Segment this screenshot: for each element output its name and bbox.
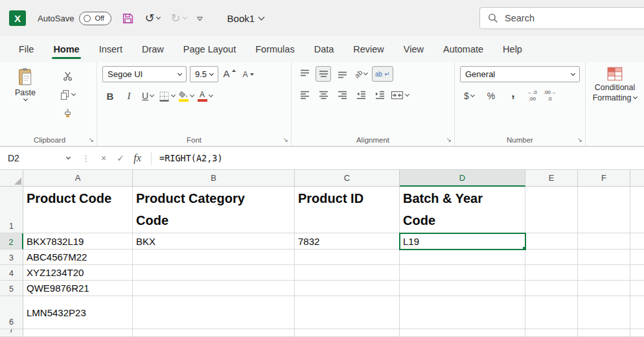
middle-align-button[interactable] [316, 66, 331, 82]
merge-center-button[interactable] [391, 87, 409, 103]
dialog-launcher-icon[interactable]: ↘ [446, 137, 452, 143]
underline-button[interactable]: U [140, 88, 155, 104]
tab-insert[interactable]: Insert [89, 36, 132, 62]
percent-style-button[interactable]: % [483, 88, 499, 104]
cell-E7[interactable] [525, 329, 578, 337]
cell-A7[interactable] [23, 329, 133, 337]
cell-B2[interactable]: BKX [133, 233, 295, 250]
align-center-button[interactable] [316, 87, 331, 103]
copy-button[interactable] [60, 87, 75, 102]
cell-B1[interactable]: Product Category Code [133, 187, 295, 233]
autosave-toggle[interactable]: AutoSave Off [38, 12, 111, 25]
cell-A1[interactable]: Product Code [23, 187, 133, 233]
row-header-4[interactable]: 4 [0, 265, 23, 281]
dialog-launcher-icon[interactable]: ↘ [283, 137, 288, 143]
increase-indent-button[interactable] [372, 87, 387, 103]
cell-A2[interactable]: BKX7832L19 [23, 233, 133, 250]
cell[interactable] [630, 281, 644, 296]
cell-D1[interactable]: Batch & Year Code [400, 187, 525, 233]
cell-D6[interactable] [400, 296, 525, 329]
cell-A4[interactable]: XYZ1234T20 [23, 265, 133, 281]
excel-logo-icon[interactable]: X [9, 10, 26, 26]
font-color-button[interactable]: A [197, 88, 213, 104]
cell-A5[interactable]: QWE9876R21 [23, 281, 133, 296]
fill-color-button[interactable] [178, 88, 194, 104]
col-header-partial[interactable] [630, 170, 644, 187]
col-header-B[interactable]: B [133, 170, 295, 187]
tab-automate[interactable]: Automate [433, 36, 493, 62]
cell-E1[interactable] [525, 187, 578, 233]
select-all-corner[interactable] [0, 170, 23, 187]
search-box[interactable] [479, 7, 644, 29]
col-header-D[interactable]: D [400, 170, 525, 187]
decrease-font-size-button[interactable]: A [240, 67, 256, 82]
search-input[interactable] [505, 13, 615, 23]
cell-D5[interactable] [400, 281, 525, 296]
tab-home[interactable]: Home [43, 36, 89, 62]
cell[interactable] [630, 233, 644, 250]
tab-view[interactable]: View [394, 36, 433, 62]
row-header-2[interactable]: 2 [0, 233, 23, 250]
cell-D3[interactable] [400, 250, 525, 265]
font-name-select[interactable]: Segoe UI [102, 66, 187, 82]
row-header-3[interactable]: 3 [0, 250, 23, 265]
cell-F5[interactable] [578, 281, 630, 296]
cell-A6[interactable]: LMN5432P23 [23, 296, 133, 329]
bold-button[interactable]: B [102, 88, 118, 104]
decrease-indent-button[interactable] [353, 87, 369, 103]
cut-button[interactable] [60, 68, 75, 84]
align-left-button[interactable] [297, 87, 312, 103]
wrap-text-button[interactable]: ab ↵ [372, 66, 393, 82]
cell-E6[interactable] [525, 296, 578, 329]
accounting-format-button[interactable]: $ [461, 88, 477, 104]
enter-button[interactable]: ✓ [112, 153, 129, 163]
tab-file[interactable]: File [9, 36, 43, 62]
align-right-button[interactable] [334, 87, 350, 103]
tab-help[interactable]: Help [493, 36, 532, 62]
cell-B4[interactable] [133, 265, 295, 281]
tab-review[interactable]: Review [343, 36, 394, 62]
cell-B7[interactable] [133, 329, 295, 337]
cell-E5[interactable] [525, 281, 578, 296]
row-header-6[interactable]: 6 [0, 296, 23, 329]
increase-font-size-button[interactable]: A [222, 67, 237, 82]
col-header-F[interactable]: F [578, 170, 630, 187]
cell-F4[interactable] [578, 265, 630, 281]
formula-input[interactable]: =RIGHT(A2,3) [159, 153, 223, 163]
cell[interactable] [630, 265, 644, 281]
increase-decimal-button[interactable]: ←.0 .00 [527, 89, 537, 102]
cell-C2[interactable]: 7832 [295, 233, 400, 250]
top-align-button[interactable] [297, 66, 312, 82]
fill-handle[interactable] [522, 246, 525, 250]
cell-C5[interactable] [295, 281, 400, 296]
name-box[interactable]: D2 [0, 153, 76, 163]
cell-F3[interactable] [578, 250, 630, 265]
cell-D2-selected[interactable]: L19 [400, 233, 525, 250]
cell-A3[interactable]: ABC4567M22 [23, 250, 133, 265]
cell-F6[interactable] [578, 296, 630, 329]
col-header-A[interactable]: A [23, 170, 133, 187]
cell[interactable] [630, 329, 644, 337]
toggle-switch[interactable]: Off [79, 12, 111, 25]
cell-E3[interactable] [525, 250, 578, 265]
comma-style-button[interactable]: , [505, 88, 521, 104]
cell-D4[interactable] [400, 265, 525, 281]
tab-formulas[interactable]: Formulas [246, 36, 304, 62]
workbook-title[interactable]: Book1 [227, 13, 264, 24]
italic-button[interactable]: I [121, 88, 137, 104]
dialog-launcher-icon[interactable]: ↘ [89, 137, 94, 143]
format-painter-button[interactable] [60, 106, 75, 121]
cell-F1[interactable] [578, 187, 630, 233]
font-size-select[interactable]: 9.5 [190, 66, 218, 82]
insert-function-button[interactable]: fx [129, 152, 146, 164]
cell-F7[interactable] [578, 329, 630, 337]
row-header-1[interactable]: 1 [0, 187, 23, 233]
orientation-button[interactable]: ab [353, 66, 369, 82]
bottom-align-button[interactable] [334, 66, 350, 82]
cell[interactable] [630, 296, 644, 329]
cell-D7[interactable] [400, 329, 525, 337]
cell-C1[interactable]: Product ID [295, 187, 400, 233]
row-header-5[interactable]: 5 [0, 281, 23, 296]
undo-button[interactable]: ↺ [144, 12, 160, 24]
row-header-7[interactable]: 7 [0, 329, 23, 337]
